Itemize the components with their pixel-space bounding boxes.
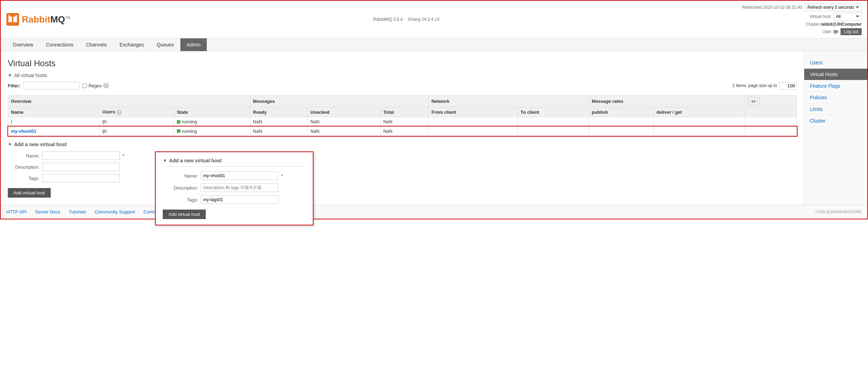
nav-admin[interactable]: Admin — [180, 38, 207, 51]
dialog-desc-label: Description: — [163, 185, 198, 191]
cluster-label: Cluster — [806, 22, 819, 27]
filter-input[interactable] — [23, 82, 80, 89]
group-messages: Messages — [250, 95, 429, 107]
status-dot-my — [177, 129, 180, 133]
vhost-to-slash — [517, 117, 589, 127]
svg-rect-4 — [16, 15, 17, 17]
vhost-unacked-my: NaN — [307, 126, 380, 136]
sidebar-item-virtual-hosts[interactable]: Virtual Hosts — [804, 69, 867, 80]
add-name-input[interactable] — [42, 151, 120, 160]
vhost-users-my: ljh — [99, 126, 174, 136]
regex-label: Regex — [88, 83, 102, 88]
vhost-table: Overview Messages Network Message rates … — [8, 95, 797, 136]
nav-connections[interactable]: Connections — [39, 38, 80, 51]
sidebar: Users Virtual Hosts Feature Flags Polici… — [804, 51, 867, 205]
vhost-deliver-my — [653, 126, 745, 136]
vhost-users-slash: ljh — [99, 117, 174, 127]
col-total: Total — [380, 107, 428, 117]
dialog-name-required: * — [281, 173, 283, 179]
plus-minus-cell[interactable]: +/- — [745, 95, 796, 107]
add-section-label: Add a new virtual host — [14, 142, 67, 147]
rabbitmq-version: RabbitMQ 3.9.4 — [373, 17, 403, 22]
vhost-from-slash — [428, 117, 517, 127]
sidebar-item-cluster[interactable]: Cluster — [804, 115, 867, 127]
vhost-from-my — [428, 126, 517, 136]
vhost-state-slash: running — [174, 117, 250, 127]
user-value: ljh — [833, 29, 838, 34]
vhost-publish-my — [589, 126, 653, 136]
svg-rect-1 — [8, 17, 12, 22]
add-name-label: Name: — [8, 153, 39, 158]
logo-mq: MQ — [50, 14, 65, 25]
erlang-version: Erlang 24.3.4.13 — [408, 17, 439, 22]
table-row-highlighted: my-vhost01 ljh running NaN NaN NaN — [8, 126, 797, 136]
col-deliver: deliver / get — [653, 107, 745, 117]
vhost-publish-slash — [589, 117, 653, 127]
regex-checkbox[interactable] — [82, 83, 87, 88]
vhost-select[interactable]: All — [833, 13, 862, 20]
logo-text: RabbitMQTM — [22, 14, 70, 25]
nav-exchanges[interactable]: Exchanges — [113, 38, 150, 51]
nav-queues[interactable]: Queues — [150, 38, 180, 51]
plus-minus-button[interactable]: +/- — [748, 97, 760, 105]
col-name: Name — [8, 107, 99, 117]
vhost-name-slash[interactable]: / — [11, 119, 12, 124]
group-overview: Overview — [8, 95, 250, 107]
vhost-deliver-slash — [653, 117, 745, 127]
col-state: State — [174, 107, 250, 117]
nav-channels[interactable]: Channels — [80, 38, 113, 51]
dialog-name-label: Name: — [163, 173, 198, 179]
sidebar-item-limits[interactable]: Limits — [804, 104, 867, 115]
col-to-client: To client — [517, 107, 589, 117]
footer-link-server-docs[interactable]: Server Docs — [35, 209, 61, 214]
col-publish: publish — [589, 107, 653, 117]
sidebar-item-feature-flags[interactable]: Feature Flags — [804, 80, 867, 92]
collapse-arrow[interactable]: ▼ — [8, 73, 12, 78]
vhost-ready-slash: NaN — [250, 117, 308, 127]
dialog-collapse-arrow[interactable]: ▼ — [163, 158, 167, 163]
footer-link-tutorials[interactable]: Tutorials — [69, 209, 86, 214]
vhost-label: Virtual host — [810, 14, 831, 19]
add-name-required: * — [123, 153, 124, 158]
col-ready: Ready — [250, 107, 308, 117]
vhost-ready-my: NaN — [250, 126, 308, 136]
group-message-rates: Message rates — [589, 95, 745, 107]
logout-button[interactable]: Log out — [841, 28, 862, 35]
add-desc-input[interactable] — [42, 163, 120, 171]
dialog-name-input[interactable] — [201, 172, 278, 180]
vhost-name-my[interactable]: my-vhost01 — [11, 129, 36, 134]
add-tags-input[interactable] — [42, 174, 120, 182]
regex-help-icon[interactable]: ? — [103, 83, 109, 88]
dialog-desc-input[interactable] — [201, 183, 278, 192]
footer: HTTP API Server Docs Tutorials Community… — [1, 205, 867, 219]
logo-tm: TM — [65, 16, 70, 20]
col-unacked: Unacked — [307, 107, 380, 117]
group-network: Network — [428, 95, 589, 107]
footer-link-http-api[interactable]: HTTP API — [6, 209, 27, 214]
svg-rect-2 — [13, 17, 17, 22]
svg-rect-0 — [6, 13, 19, 26]
dialog-add-button[interactable]: Add virtual host — [163, 210, 206, 219]
vhost-to-my — [517, 126, 589, 136]
col-from-client: From client — [428, 107, 517, 117]
col-users: Users ? — [99, 107, 174, 117]
dialog-tags-input[interactable] — [201, 195, 278, 204]
dialog-section-label: Add a new virtual host — [169, 158, 222, 163]
user-label: User — [823, 29, 831, 34]
add-tags-label: Tags: — [8, 176, 39, 181]
vhost-state-my: running — [174, 126, 250, 136]
add-vhost-dialog: ▼ Add a new virtual host Name: * Descrip… — [155, 151, 314, 219]
refresh-select[interactable]: Refresh every 5 seconds — [805, 4, 862, 11]
section-label: All virtual hosts — [14, 73, 47, 78]
nav-overview[interactable]: Overview — [6, 38, 39, 51]
footer-link-community-support[interactable]: Community Support — [94, 209, 135, 214]
sidebar-item-users[interactable]: Users — [804, 57, 867, 69]
users-help-icon[interactable]: ? — [116, 110, 122, 115]
add-collapse-arrow[interactable]: ▼ — [8, 142, 12, 147]
items-info: 2 items, page size up to — [732, 83, 777, 88]
vhost-unacked-slash: NaN — [307, 117, 380, 127]
page-size-input[interactable] — [779, 82, 797, 89]
sidebar-item-policies[interactable]: Policies — [804, 92, 867, 104]
add-vhost-button[interactable]: Add virtual host — [8, 188, 51, 198]
table-row: / ljh running NaN NaN NaN — [8, 117, 797, 127]
